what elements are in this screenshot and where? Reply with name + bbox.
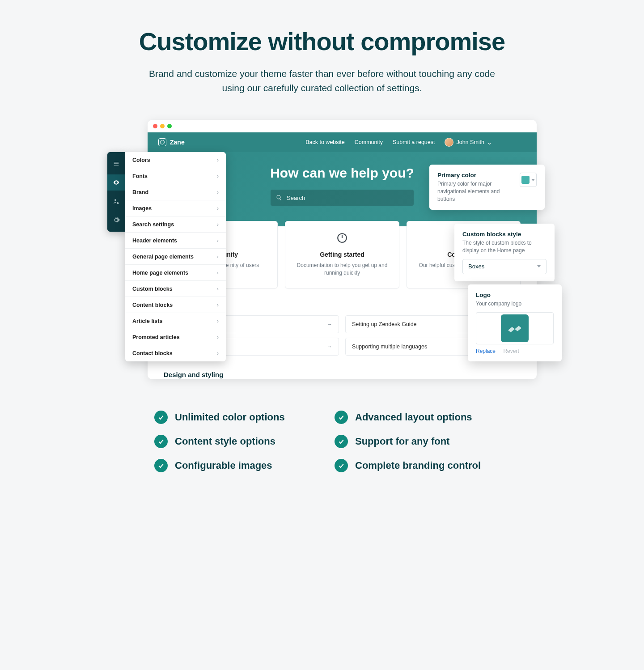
check-icon <box>335 459 348 472</box>
logo-mark-icon <box>507 324 523 332</box>
feature-item: Support for any font <box>335 435 490 448</box>
settings-label: General page elements <box>132 254 194 260</box>
editor-iconbar <box>107 152 125 232</box>
search-placeholder: Search <box>287 195 305 201</box>
chevron-right-icon: › <box>217 270 219 276</box>
feature-label: Unlimited color options <box>175 411 285 423</box>
logo-replace-link[interactable]: Replace <box>476 348 496 354</box>
popover-blocks-style: Custom blocks style The style of custom … <box>454 224 555 281</box>
search-icon <box>276 195 282 201</box>
feature-label: Support for any font <box>355 436 449 447</box>
settings-search[interactable]: Search settings› <box>125 216 226 233</box>
settings-fonts[interactable]: Fonts› <box>125 168 226 184</box>
settings-label: Promoted articles <box>132 334 180 340</box>
popover-desc: The style of custom blocks to display on… <box>462 239 547 254</box>
gear-icon <box>113 216 120 224</box>
color-picker[interactable] <box>520 173 537 187</box>
feature-item: Unlimited color options <box>154 411 309 424</box>
popover-desc: Your company logo <box>476 300 554 308</box>
chevron-right-icon: › <box>217 157 219 163</box>
search-input[interactable]: Search <box>271 190 414 206</box>
minimize-dot-icon <box>160 124 165 128</box>
zane-header: Zane Back to website Community Submit a … <box>148 132 537 152</box>
settings-promoted[interactable]: Promoted articles› <box>125 329 226 345</box>
zane-brand[interactable]: Zane <box>158 138 185 146</box>
zane-logo-icon <box>158 138 166 146</box>
iconbar-access[interactable] <box>107 193 125 209</box>
blocks-style-select[interactable]: Boxes <box>462 259 547 274</box>
settings-contact-blocks[interactable]: Contact blocks› <box>125 345 226 361</box>
browser-chrome <box>148 120 537 132</box>
settings-label: Header elements <box>132 237 177 244</box>
chevron-right-icon: › <box>217 302 219 308</box>
nav-community[interactable]: Community <box>355 139 383 145</box>
iconbar-preview[interactable] <box>107 174 125 191</box>
settings-label: Contact blocks <box>132 350 173 356</box>
check-icon <box>154 435 168 448</box>
check-icon <box>335 435 348 448</box>
chevron-down-icon <box>531 179 535 181</box>
chevron-right-icon: › <box>217 286 219 292</box>
settings-label: Content blocks <box>132 302 173 308</box>
settings-content-blocks[interactable]: Content blocks› <box>125 297 226 313</box>
settings-header[interactable]: Header elements› <box>125 233 226 249</box>
settings-general[interactable]: General page elements› <box>125 249 226 265</box>
settings-home[interactable]: Home page elements› <box>125 265 226 281</box>
check-icon <box>154 459 168 472</box>
popover-desc: Primary color for major navigational ele… <box>437 180 513 203</box>
chevron-right-icon: › <box>217 221 219 228</box>
showcase-stage: Zane Back to website Community Submit a … <box>107 120 537 379</box>
feature-label: Configurable images <box>175 460 272 471</box>
card-title: Getting started <box>293 251 390 258</box>
settings-label: Images <box>132 205 152 212</box>
card-getting-started[interactable]: Getting started Documentation to help yo… <box>285 221 399 288</box>
logo-preview <box>476 312 554 344</box>
settings-custom-blocks[interactable]: Custom blocks› <box>125 281 226 297</box>
chevron-right-icon: › <box>217 173 219 179</box>
iconbar-list[interactable] <box>107 156 125 172</box>
feature-label: Complete branding control <box>355 460 481 471</box>
theme-settings-panel: Colors› Fonts› Brand› Images› Search set… <box>125 152 226 361</box>
link-label: Supporting multiple languages <box>352 343 427 350</box>
feature-item: Content style options <box>154 435 309 448</box>
settings-article-lists[interactable]: Article lists› <box>125 313 226 329</box>
popover-primary-color: Primary color Primary color for major na… <box>429 165 545 210</box>
chevron-right-icon: › <box>217 254 219 260</box>
settings-label: Home page elements <box>132 270 188 276</box>
chevron-right-icon: › <box>217 237 219 244</box>
iconbar-settings[interactable] <box>107 212 125 228</box>
settings-label: Custom blocks <box>132 286 173 292</box>
arrow-right-icon: → <box>327 343 333 350</box>
settings-label: Colors <box>132 157 150 163</box>
check-icon <box>335 411 348 424</box>
chevron-right-icon: › <box>217 318 219 324</box>
page-subtitle: Brand and customize your theme faster th… <box>139 67 505 95</box>
zane-brand-label: Zane <box>170 139 185 146</box>
popover-title: Logo <box>476 292 554 298</box>
features-grid: Unlimited color options Advanced layout … <box>127 411 517 472</box>
chevron-down-icon <box>537 265 541 267</box>
color-swatch-icon <box>521 176 530 184</box>
page-title: Customize without compromise <box>107 27 537 56</box>
card-desc: Documentation to help you get up and run… <box>293 262 390 277</box>
popover-title: Custom blocks style <box>462 231 547 237</box>
nav-user[interactable]: John Smith ⌄ <box>445 138 492 147</box>
close-dot-icon <box>153 124 157 128</box>
settings-brand[interactable]: Brand› <box>125 184 226 200</box>
logo-revert-link[interactable]: Revert <box>503 348 519 354</box>
arrow-right-icon: → <box>327 321 333 327</box>
power-icon <box>336 232 348 244</box>
settings-images[interactable]: Images› <box>125 200 226 216</box>
section-design-title: Design and styling <box>148 363 537 379</box>
select-value: Boxes <box>468 263 484 270</box>
feature-item: Configurable images <box>154 459 309 472</box>
chevron-right-icon: › <box>217 350 219 356</box>
settings-label: Search settings <box>132 221 174 228</box>
chevron-right-icon: › <box>217 205 219 212</box>
settings-label: Brand <box>132 189 148 195</box>
link-label: Setting up Zendesk Guide <box>352 321 417 327</box>
nav-submit[interactable]: Submit a request <box>393 139 435 145</box>
nav-back[interactable]: Back to website <box>305 139 345 145</box>
settings-colors[interactable]: Colors› <box>125 152 226 168</box>
popover-title: Primary color <box>437 172 513 178</box>
